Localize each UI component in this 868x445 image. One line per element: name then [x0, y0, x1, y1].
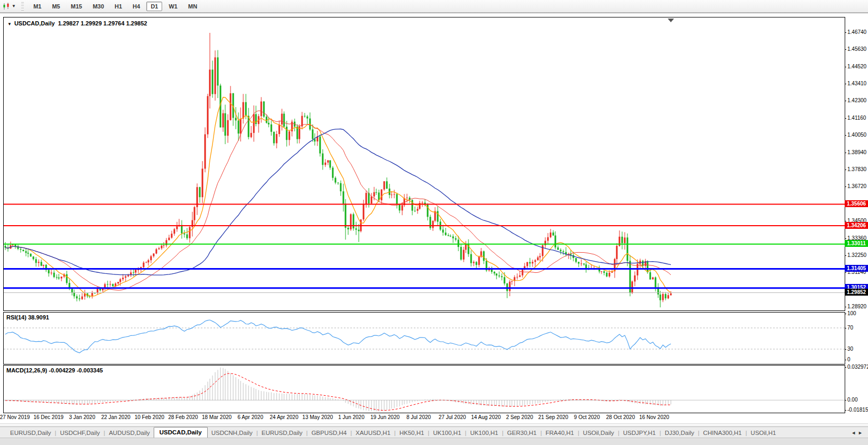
timeframe-button-m5[interactable]: M5 — [48, 2, 64, 11]
chart-tab-eurusd-daily[interactable]: EURUSD,Daily — [258, 428, 306, 438]
y-axis-tick: 1.36720 — [847, 183, 866, 189]
macd-scale-label: 0.032972 — [847, 364, 868, 370]
macd-pane-canvas[interactable] — [4, 366, 845, 413]
slow-ma — [5, 129, 671, 275]
rsi-pane[interactable]: RSI(14) 38.9091 — [3, 312, 845, 364]
timeframe-button-h4[interactable]: H4 — [128, 2, 144, 11]
timeframe-button-m30[interactable]: M30 — [88, 2, 108, 11]
x-axis-date-label: 28 Oct 2020 — [606, 414, 635, 420]
candlestick-chart-icon[interactable] — [2, 2, 11, 11]
price-level-badge: 1.33011 — [845, 240, 868, 247]
chart-tab-xauusd-h1[interactable]: XAUUSD,H1 — [352, 428, 394, 438]
y-axis-tick: 1.40050 — [847, 132, 866, 138]
macd-scale-label: 0.00 — [847, 397, 857, 403]
y-axis-tick: 1.32250 — [847, 252, 866, 258]
chart-symbol-label: USDCAD,Daily — [14, 20, 55, 26]
chart-tab-usdcnh-daily[interactable]: USDCNH,Daily — [208, 428, 256, 438]
rsi-scale-label: 0 — [847, 357, 851, 362]
timeframe-button-mn[interactable]: MN — [184, 2, 201, 11]
x-axis-date-label: 10 Feb 2020 — [135, 414, 164, 420]
chart-tab-hk50-h1[interactable]: HK50,H1 — [396, 428, 428, 438]
x-axis-date-label: 14 Aug 2020 — [471, 414, 501, 420]
y-axis-tick: 1.45630 — [847, 46, 866, 52]
rsi-pane-canvas[interactable] — [4, 313, 845, 364]
x-axis-date-label: 24 Apr 2020 — [270, 414, 298, 420]
rsi-scale-label: 30 — [847, 346, 853, 352]
date-axis[interactable]: 27 Nov 201916 Dec 20193 Jan 202022 Jan 2… — [0, 413, 844, 423]
tab-scroll-arrows: ◄► — [851, 430, 865, 435]
timeframe-button-d1[interactable]: D1 — [146, 2, 162, 11]
chart-tab-eurusd-daily[interactable]: EURUSD,Daily — [6, 428, 55, 438]
rsi-indicator-label: RSI(14) 38.9091 — [6, 314, 49, 321]
shift-marker-icon — [668, 19, 674, 22]
tab-scroll-right-icon[interactable]: ► — [858, 430, 865, 435]
x-axis-date-label: 13 May 2020 — [303, 414, 333, 420]
chart-tab-uk100-h1[interactable]: UK100,H1 — [429, 428, 465, 438]
chart-tab-dj30-daily[interactable]: DJ30,Daily — [661, 428, 698, 438]
mt4-terminal: { "toolbar": { "timeframes": ["M1","M5",… — [0, 0, 868, 445]
timeframe-button-m1[interactable]: M1 — [29, 2, 46, 11]
x-axis-date-label: 21 Sep 2020 — [538, 414, 569, 420]
chart-tab-audusd-daily[interactable]: AUDUSD,Daily — [105, 428, 153, 438]
x-axis-date-label: 1 Jun 2020 — [338, 414, 365, 420]
timeframe-button-m15[interactable]: M15 — [66, 2, 86, 11]
macd-pane[interactable]: MACD(12,26,9) -0.004229 -0.003345 — [3, 365, 845, 413]
x-axis-date-label: 8 Jul 2020 — [406, 414, 431, 420]
price-scale[interactable]: 1.467401.456301.445201.434101.423001.411… — [845, 13, 868, 425]
price-level-badge: 1.29852 — [845, 289, 868, 296]
chart-tab-usdjpy-h1[interactable]: USDJPY,H1 — [619, 428, 660, 438]
price-level-badge: 1.35606 — [845, 200, 868, 207]
y-axis-tick: 1.38940 — [847, 149, 866, 155]
x-axis-date-label: 28 Feb 2020 — [168, 414, 198, 420]
x-axis-date-label: 27 Nov 2019 — [0, 414, 30, 420]
fast-ma — [5, 97, 671, 297]
chart-ohlc-values: 1.29827 1.29929 1.29764 1.29852 — [58, 20, 147, 26]
price-pane-canvas[interactable] — [4, 17, 845, 310]
chevron-down-icon[interactable]: ▼ — [12, 4, 16, 8]
rsi-scale-label: 100 — [847, 310, 856, 316]
rsi-scale-label: 70 — [847, 325, 853, 331]
chart-tab-ger30-h1[interactable]: GER30,H1 — [503, 428, 541, 438]
timeframe-buttons: M1M5M15M30H1H4D1W1MN — [28, 2, 202, 11]
timeframe-toolbar: ▼ M1M5M15M30H1H4D1W1MN — [0, 0, 868, 13]
y-axis-tick: 1.42300 — [847, 97, 866, 103]
chart-tab-usdcad-daily[interactable]: USDCAD,Daily — [154, 427, 208, 438]
status-strip — [0, 438, 868, 445]
chart-tab-gbpusd-h4[interactable]: GBPUSD,H4 — [308, 428, 350, 438]
timeframe-button-h1[interactable]: H1 — [110, 2, 126, 11]
toolbar-grip[interactable] — [21, 2, 24, 11]
x-axis-date-label: 16 Nov 2020 — [639, 414, 669, 420]
medium-ma — [5, 111, 671, 290]
x-axis-date-label: 6 Apr 2020 — [237, 414, 263, 420]
x-axis-date-label: 2 Sep 2020 — [506, 414, 533, 420]
x-axis-date-label: 3 Jan 2020 — [69, 414, 95, 420]
y-axis-tick: 1.44520 — [847, 64, 866, 69]
price-level-badge: 1.34206 — [845, 222, 868, 229]
chart-tab-uk100-h1[interactable]: UK100,H1 — [466, 428, 502, 438]
chart-tab-china300-h1[interactable]: CHINA300,H1 — [699, 428, 746, 438]
x-axis-date-label: 27 Jul 2020 — [439, 414, 466, 420]
chart-tab-bar: EURUSD,Daily|USDCHF,Daily|AUDUSD,DailyUS… — [0, 426, 868, 438]
y-axis-tick: 1.43410 — [847, 81, 866, 86]
title-collapse-icon[interactable]: ▼ — [7, 22, 12, 26]
y-axis-tick: 1.28920 — [847, 304, 866, 309]
window-bottom-bevel — [0, 423, 868, 425]
y-axis-tick: 1.46740 — [847, 29, 866, 35]
macd-signal-line — [5, 373, 671, 411]
chart-title: ▼USDCAD,Daily 1.29827 1.29929 1.29764 1.… — [7, 20, 147, 26]
rsi-line — [5, 320, 671, 353]
chart-tab-usdchf-daily[interactable]: USDCHF,Daily — [56, 428, 103, 438]
macd-scale-label: -0.018154 — [847, 407, 868, 413]
chart-tab-usoil-h1[interactable]: USOil,H1 — [747, 428, 780, 438]
chart-window: ▼USDCAD,Daily 1.29827 1.29929 1.29764 1.… — [0, 13, 868, 424]
x-axis-date-label: 18 Mar 2020 — [202, 414, 232, 420]
timeframe-button-w1[interactable]: W1 — [164, 2, 182, 11]
x-axis-date-label: 22 Jan 2020 — [101, 414, 130, 420]
chart-tab-fra40-h1[interactable]: FRA40,H1 — [542, 428, 578, 438]
tab-scroll-left-icon[interactable]: ◄ — [851, 430, 858, 435]
x-axis-date-label: 16 Dec 2019 — [33, 414, 64, 420]
chart-tab-usoil-daily[interactable]: USOil,Daily — [579, 428, 618, 438]
price-level-badge: 1.31405 — [845, 265, 868, 272]
price-pane[interactable] — [3, 17, 845, 311]
macd-indicator-label: MACD(12,26,9) -0.004229 -0.003345 — [6, 367, 103, 373]
